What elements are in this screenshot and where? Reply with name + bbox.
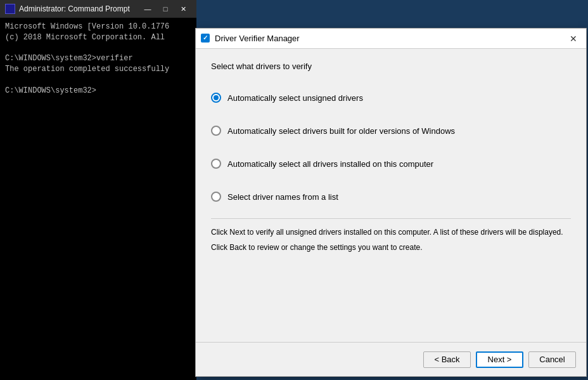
- description-line-1: Click Next to verify all unsigned driver…: [211, 226, 571, 238]
- back-button[interactable]: < Back: [423, 351, 471, 368]
- cmd-minimize-button[interactable]: —: [139, 3, 156, 15]
- description-area: Click Next to verify all unsigned driver…: [211, 218, 571, 257]
- radio-item-3[interactable]: Automatically select all drivers install…: [211, 147, 571, 180]
- radio-item-2[interactable]: Automatically select drivers built for o…: [211, 114, 571, 147]
- cmd-line-3: [5, 43, 191, 54]
- radio-item-1[interactable]: Automatically select unsigned drivers: [211, 81, 571, 114]
- cmd-line-2: (c) 2018 Microsoft Corporation. All: [5, 32, 191, 43]
- cmd-window: Administrator: Command Prompt — □ ✕ Micr…: [0, 0, 196, 380]
- cmd-titlebar: Administrator: Command Prompt — □ ✕: [0, 0, 196, 18]
- radio-group: Automatically select unsigned drivers Au…: [211, 81, 571, 213]
- cmd-line-6: [5, 75, 191, 86]
- cmd-icon: [5, 4, 15, 14]
- cmd-line-1: Microsoft Windows [Version 10.0.1776: [5, 22, 191, 32]
- driver-verifier-dialog: ✓ Driver Verifier Manager ✕ Select what …: [195, 28, 587, 377]
- radio-button-1[interactable]: [211, 93, 221, 103]
- cmd-controls: — □ ✕: [139, 3, 191, 15]
- cmd-title: Administrator: Command Prompt: [19, 4, 130, 13]
- cmd-content: Microsoft Windows [Version 10.0.1776 (c)…: [0, 18, 196, 100]
- cancel-button[interactable]: Cancel: [528, 351, 576, 368]
- dialog-icon: ✓: [201, 34, 211, 44]
- dialog-close-button[interactable]: ✕: [566, 31, 581, 46]
- radio-button-4[interactable]: [211, 192, 221, 202]
- cmd-line-4: C:\WINDOWS\system32>verifier: [5, 53, 191, 64]
- dialog-body: Select what drivers to verify Automatica…: [196, 49, 586, 342]
- dialog-footer: < Back Next > Cancel: [196, 342, 586, 376]
- dialog-titlebar: ✓ Driver Verifier Manager ✕: [196, 29, 586, 49]
- radio-item-4[interactable]: Select driver names from a list: [211, 180, 571, 213]
- radio-button-3[interactable]: [211, 159, 221, 169]
- radio-label-3: Automatically select all drivers install…: [227, 159, 433, 169]
- radio-label-2: Automatically select drivers built for o…: [227, 126, 455, 136]
- description-line-2: Click Back to review or change the setti…: [211, 242, 571, 253]
- checkmark-icon: ✓: [203, 34, 208, 41]
- dialog-title: Driver Verifier Manager: [215, 34, 300, 43]
- cmd-maximize-button[interactable]: □: [157, 3, 174, 15]
- cmd-line-5: The operation completed successfully: [5, 64, 191, 75]
- cmd-close-button[interactable]: ✕: [175, 3, 191, 15]
- radio-button-2[interactable]: [211, 126, 221, 136]
- section-label: Select what drivers to verify: [211, 62, 571, 71]
- cmd-line-7: C:\WINDOWS\system32>: [5, 86, 191, 96]
- radio-label-1: Automatically select unsigned drivers: [227, 93, 363, 103]
- radio-label-4: Select driver names from a list: [227, 192, 338, 202]
- dialog-icon-inner: ✓: [201, 34, 210, 43]
- next-button[interactable]: Next >: [476, 351, 523, 368]
